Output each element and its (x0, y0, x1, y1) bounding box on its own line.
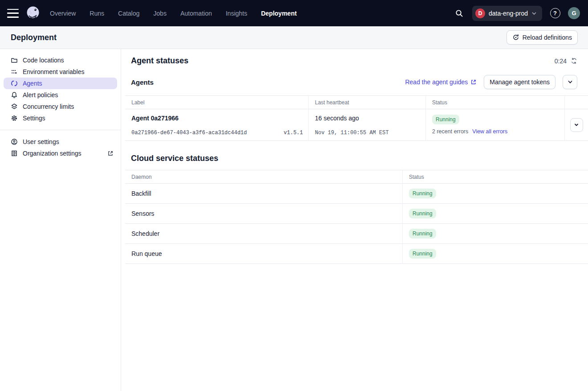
refresh-icon[interactable] (571, 58, 577, 64)
nav-item-runs[interactable]: Runs (90, 10, 104, 17)
agent-id: 0a271966-de67-4043-a3f6-aca31dc44d1d (131, 130, 247, 136)
column-header-expander (564, 96, 588, 109)
sidebar-divider (0, 130, 121, 130)
user-icon (11, 138, 18, 145)
nav-right-controls: D data-eng-prod ? G (453, 6, 580, 21)
sidebar-item-environment-variables[interactable]: Environment variables (0, 66, 121, 78)
daemon-status-cell: Running (402, 204, 588, 224)
nav-item-deployment[interactable]: Deployment (261, 10, 297, 17)
daemon-status-cell: Running (402, 244, 588, 264)
deployment-badge: D (475, 8, 485, 18)
reload-definitions-button[interactable]: Reload definitions (506, 30, 578, 45)
agent-version: v1.5.1 (284, 130, 303, 136)
daemon-status-cell: Running (402, 224, 588, 244)
agents-section-label: Agents (131, 78, 154, 86)
sidebar-item-code-locations[interactable]: Code locations (0, 54, 121, 66)
page-title: Deployment (11, 33, 57, 42)
column-header-status: Status (402, 170, 588, 184)
heartbeat-relative: 16 seconds ago (315, 115, 420, 122)
primary-nav-links: Overview Runs Catalog Jobs Automation In… (50, 10, 297, 17)
external-link-icon (107, 150, 114, 156)
daemon-name: Backfill (125, 184, 402, 204)
agents-toolbar: Agents Read the agent guides Manage agen… (121, 75, 588, 89)
status-badge: Running (409, 249, 436, 259)
dagster-logo-icon[interactable] (25, 5, 41, 22)
agent-icon (11, 80, 18, 87)
status-badge: Running (409, 229, 436, 239)
agent-statuses-title: Agent statuses (131, 56, 188, 66)
help-icon[interactable]: ? (548, 7, 562, 20)
agents-more-actions-button[interactable] (563, 75, 577, 89)
caret-down-icon (568, 80, 572, 84)
sidebar-item-settings[interactable]: Settings (0, 112, 121, 124)
manage-agent-tokens-button[interactable]: Manage agent tokens (484, 75, 555, 89)
recent-errors-count: 2 recent errors (432, 128, 468, 135)
chevron-down-icon (574, 122, 579, 128)
column-header-label: Label (125, 96, 308, 109)
nav-item-automation[interactable]: Automation (180, 10, 212, 17)
daemon-row-sensors: Sensors Running (125, 204, 588, 224)
column-header-heartbeat: Last heartbeat (308, 96, 425, 109)
sidebar-item-user-settings[interactable]: User settings (0, 136, 121, 148)
agent-statuses-header: Agent statuses 0:24 (121, 56, 588, 66)
page-header: Deployment Reload definitions (0, 26, 588, 49)
agents-table: Label Last heartbeat Status Agent 0a2719… (125, 95, 588, 141)
folder-icon (11, 57, 18, 64)
row-expand-button[interactable] (570, 118, 583, 132)
building-icon (11, 150, 18, 157)
sidebar-item-agents[interactable]: Agents (4, 78, 117, 89)
column-header-status: Status (425, 96, 564, 109)
agent-guides-link[interactable]: Read the agent guides (405, 78, 477, 86)
sidebar-item-concurrency-limits[interactable]: Concurrency limits (0, 101, 121, 112)
agent-expander-cell (564, 109, 588, 141)
user-avatar[interactable]: G (568, 7, 580, 19)
daemon-row-scheduler: Scheduler Running (125, 224, 588, 244)
settings-sidebar: Code locations Environment variables Age… (0, 49, 121, 391)
env-vars-icon (11, 68, 18, 75)
agent-name: Agent 0a271966 (131, 115, 303, 122)
cloud-table-header: Daemon Status (125, 170, 588, 184)
search-icon[interactable] (453, 7, 466, 20)
agent-heartbeat-cell: 16 seconds ago Nov 19, 11:00:55 AM EST (308, 109, 425, 141)
reload-icon (512, 34, 519, 41)
agents-table-header: Label Last heartbeat Status (125, 96, 588, 109)
agent-table-row: Agent 0a271966 0a271966-de67-4043-a3f6-a… (125, 109, 588, 141)
cloud-service-statuses-title: Cloud service statuses (121, 154, 588, 163)
status-badge: Running (432, 115, 459, 124)
top-navigation-bar: Overview Runs Catalog Jobs Automation In… (0, 0, 588, 26)
nav-item-insights[interactable]: Insights (226, 10, 247, 17)
cloud-services-table: Daemon Status Backfill Running Sensors R… (125, 170, 588, 264)
layers-icon (11, 103, 18, 110)
main-content: Agent statuses 0:24 Agents Read the agen… (121, 49, 588, 391)
deployment-switcher[interactable]: D data-eng-prod (472, 6, 542, 21)
hamburger-menu-icon[interactable] (7, 9, 19, 18)
daemon-name: Scheduler (125, 224, 402, 244)
status-badge: Running (409, 189, 436, 198)
nav-item-overview[interactable]: Overview (50, 10, 76, 17)
countdown-value: 0:24 (555, 58, 567, 65)
gear-icon (11, 115, 18, 122)
daemon-name: Run queue (125, 244, 402, 264)
view-all-errors-link[interactable]: View all errors (472, 128, 507, 135)
daemon-status-cell: Running (402, 184, 588, 204)
daemon-row-run-queue: Run queue Running (125, 244, 588, 264)
sidebar-item-organization-settings[interactable]: Organization settings (0, 148, 121, 159)
bell-icon (11, 91, 18, 99)
heartbeat-timestamp: Nov 19, 11:00:55 AM EST (315, 130, 420, 136)
refresh-countdown: 0:24 (555, 58, 577, 65)
column-header-daemon: Daemon (125, 170, 402, 184)
deployment-name: data-eng-prod (489, 10, 528, 17)
daemon-name: Sensors (125, 204, 402, 224)
external-link-icon (470, 79, 477, 85)
nav-item-jobs[interactable]: Jobs (153, 10, 167, 17)
chevron-down-icon (531, 11, 537, 16)
sidebar-item-alert-policies[interactable]: Alert policies (0, 89, 121, 101)
app-window: Overview Runs Catalog Jobs Automation In… (0, 0, 588, 391)
daemon-row-backfill: Backfill Running (125, 184, 588, 204)
status-badge: Running (409, 209, 436, 218)
agent-status-cell: Running 2 recent errors View all errors (425, 109, 564, 141)
agent-label-cell: Agent 0a271966 0a271966-de67-4043-a3f6-a… (125, 109, 308, 141)
nav-item-catalog[interactable]: Catalog (118, 10, 139, 17)
